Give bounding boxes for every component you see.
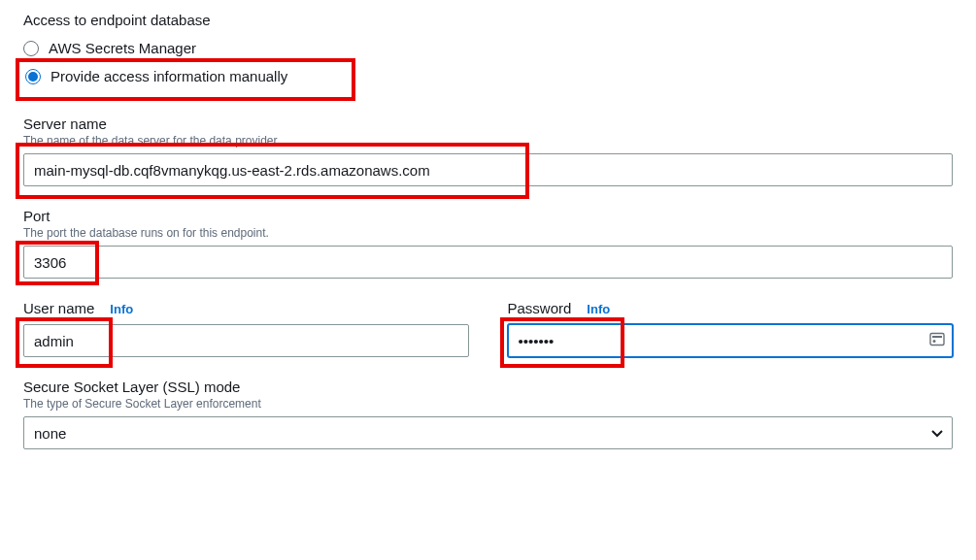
user-info-link[interactable]: Info [110, 302, 133, 316]
ssl-label: Secure Socket Layer (SSL) mode [23, 379, 953, 395]
ssl-desc: The type of Secure Socket Layer enforcem… [23, 397, 953, 411]
radio-option-secrets[interactable]: AWS Secrets Manager [23, 36, 953, 60]
ssl-field-group: Secure Socket Layer (SSL) mode The type … [23, 379, 953, 449]
password-label: Password [508, 300, 572, 316]
radio-option-manual[interactable]: Provide access information manually [23, 60, 953, 92]
user-input[interactable] [23, 324, 469, 357]
user-label: User name [23, 300, 94, 316]
radio-secrets[interactable] [23, 41, 39, 56]
server-field-group: Server name The name of the data server … [23, 115, 953, 186]
access-heading: Access to endpoint database [23, 12, 953, 28]
port-desc: The port the database runs on for this e… [23, 226, 953, 240]
server-label: Server name [23, 115, 953, 132]
radio-manual-label: Provide access information manually [50, 68, 287, 84]
radio-secrets-label: AWS Secrets Manager [49, 40, 196, 56]
port-label: Port [23, 208, 953, 224]
ssl-select[interactable]: none [23, 416, 953, 449]
access-radio-group: AWS Secrets Manager Provide access infor… [23, 36, 953, 92]
server-desc: The name of the data server for the data… [23, 134, 953, 148]
user-field-group: User name Info [23, 300, 469, 357]
password-field-group: Password Info [508, 300, 954, 357]
port-field-group: Port The port the database runs on for t… [23, 208, 953, 279]
server-input[interactable] [23, 153, 953, 186]
port-input[interactable] [23, 246, 953, 279]
credentials-row: User name Info Password Info [23, 300, 953, 357]
radio-manual[interactable] [25, 69, 41, 84]
password-info-link[interactable]: Info [587, 302, 610, 316]
password-input[interactable] [508, 324, 954, 357]
